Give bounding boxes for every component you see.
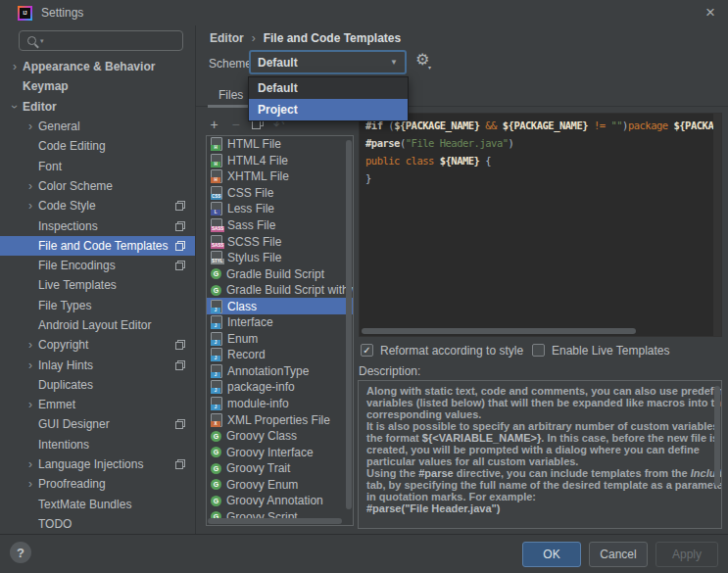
reformat-checkbox[interactable]: ✓ — [361, 344, 373, 357]
settings-search-input[interactable]: ▾ — [19, 30, 183, 51]
template-item-xml-properties-file[interactable]: XXML Properties File — [207, 411, 353, 428]
intellij-logo-icon: IJ — [18, 6, 32, 21]
chevron-right-icon[interactable]: › — [24, 199, 37, 213]
css-file-icon: CSS — [211, 186, 222, 200]
list-vertical-scrollbar[interactable] — [346, 140, 352, 509]
template-item-label: Groovy Trait — [226, 461, 290, 475]
template-item-class[interactable]: JClass — [207, 298, 353, 314]
sidebar-item-copyright[interactable]: ›Copyright — [0, 335, 195, 355]
sidebar-item-code-editing[interactable]: Code Editing — [0, 136, 195, 156]
editor-vertical-scrollbar[interactable] — [713, 114, 721, 336]
add-icon[interactable]: + — [208, 117, 220, 132]
sidebar-item-inspections[interactable]: Inspections — [0, 215, 195, 235]
copy-settings-icon — [175, 221, 185, 231]
template-item-enum[interactable]: JEnum — [207, 331, 353, 348]
chevron-right-icon[interactable]: › — [24, 179, 37, 193]
chevron-right-icon[interactable]: › — [24, 398, 37, 411]
chevron-down-icon[interactable]: › — [8, 100, 22, 114]
template-item-xhtml-file[interactable]: HXHTML File — [207, 168, 353, 185]
template-item-gradle-build-script[interactable]: GGradle Build Script — [207, 265, 353, 282]
sidebar-item-emmet[interactable]: ›Emmet — [0, 395, 195, 414]
sidebar-item-android-layout-editor[interactable]: Android Layout Editor — [0, 315, 195, 335]
template-item-groovy-enum[interactable]: GGroovy Enum — [207, 476, 353, 493]
breadcrumb-editor[interactable]: Editor — [210, 31, 244, 45]
sidebar-item-label: TextMate Bundles — [38, 498, 131, 511]
template-item-html-file[interactable]: HHTML File — [207, 136, 353, 153]
template-item-label: HTML File — [227, 137, 281, 151]
sidebar-item-appearance-behavior[interactable]: ›Appearance & Behavior — [0, 57, 195, 76]
sidebar-item-file-types[interactable]: File Types — [0, 296, 195, 315]
sidebar-item-font[interactable]: Font — [0, 156, 195, 175]
sidebar-item-label: Code Editing — [38, 139, 106, 153]
chevron-right-icon[interactable]: › — [24, 119, 37, 133]
sidebar-item-duplicates[interactable]: Duplicates — [0, 375, 195, 395]
sidebar-item-file-encodings[interactable]: File Encodings — [0, 256, 195, 275]
template-item-record[interactable]: JRecord — [207, 347, 353, 363]
sidebar-item-proofreading[interactable]: ›Proofreading — [0, 474, 195, 494]
code-line: } — [365, 169, 721, 187]
template-item-groovy-interface[interactable]: GGroovy Interface — [207, 444, 353, 460]
template-item-html4-file[interactable]: HHTML4 File — [207, 153, 353, 169]
sidebar-item-intentions[interactable]: Intentions — [0, 435, 195, 454]
template-code-editor[interactable]: #if (${PACKAGE_NAME} && ${PACKAGE_NAME} … — [359, 113, 722, 337]
description-vertical-scrollbar[interactable] — [714, 386, 720, 486]
chevron-right-icon[interactable]: › — [24, 358, 37, 372]
description-label: Description: — [359, 364, 420, 378]
copy-settings-icon — [175, 419, 185, 429]
sidebar-item-general[interactable]: ›General — [0, 117, 195, 136]
template-item-css-file[interactable]: CSSCSS File — [207, 185, 353, 202]
sidebar-item-live-templates[interactable]: Live Templates — [0, 275, 195, 295]
template-item-label: Class — [227, 300, 257, 313]
chevron-right-icon[interactable]: › — [24, 338, 37, 352]
sidebar-item-keymap[interactable]: Keymap — [0, 76, 195, 96]
template-item-gradle-build-script-with-wrap[interactable]: GGradle Build Script with wrap — [207, 282, 353, 299]
template-item-label: AnnotationType — [227, 364, 309, 378]
search-icon — [27, 36, 36, 45]
chevron-right-icon[interactable]: › — [24, 457, 37, 471]
sidebar-item-label: Keymap — [23, 79, 69, 93]
template-item-scss-file[interactable]: SASSSCSS File — [207, 233, 353, 250]
tab-label: Files — [218, 88, 243, 102]
sidebar-item-color-scheme[interactable]: ›Color Scheme — [0, 176, 195, 196]
template-item-groovy-trait[interactable]: GGroovy Trait — [207, 460, 353, 477]
sidebar-item-code-style[interactable]: ›Code Style — [0, 196, 195, 215]
template-item-label: Sass File — [227, 218, 275, 232]
template-item-stylus-file[interactable]: STYLStylus File — [207, 250, 353, 266]
ok-button[interactable]: OK — [522, 542, 581, 567]
scheme-option-default[interactable]: Default — [249, 77, 408, 99]
help-button[interactable]: ? — [10, 542, 31, 563]
sidebar-item-textmate-bundles[interactable]: TextMate Bundles — [0, 495, 195, 514]
editor-horizontal-scrollbar[interactable] — [362, 328, 636, 334]
live-templates-checkbox[interactable]: ✓ — [532, 344, 545, 357]
sidebar-item-gui-designer[interactable]: GUI Designer — [0, 414, 195, 434]
scheme-combobox[interactable]: Default ▼ — [249, 50, 407, 74]
cancel-button[interactable]: Cancel — [589, 542, 648, 567]
template-item-sass-file[interactable]: SASSSass File — [207, 217, 353, 234]
java-file-icon: J — [211, 315, 222, 329]
template-item-label: Groovy Enum — [226, 478, 298, 492]
template-item-package-info[interactable]: Jpackage-info — [207, 379, 353, 396]
template-item-groovy-class[interactable]: GGroovy Class — [207, 428, 353, 445]
sidebar-item-inlay-hints[interactable]: ›Inlay Hints — [0, 355, 195, 374]
list-horizontal-scrollbar[interactable] — [208, 518, 342, 524]
scheme-option-project[interactable]: Project — [249, 99, 408, 120]
title-bar: IJ Settings × — [0, 0, 728, 25]
template-item-module-info[interactable]: Jmodule-info — [207, 396, 353, 412]
html-file-icon: H — [211, 154, 222, 167]
sidebar-item-editor[interactable]: ›Editor — [0, 97, 195, 117]
description-line: particular values for all custom variabl… — [366, 455, 707, 467]
template-item-groovy-annotation[interactable]: GGroovy Annotation — [207, 493, 353, 509]
sidebar-item-language-injections[interactable]: ›Language Injections — [0, 454, 195, 474]
template-item-annotationtype[interactable]: JAnnotationType — [207, 363, 353, 380]
template-item-interface[interactable]: JInterface — [207, 314, 353, 331]
template-item-label: Interface — [227, 315, 273, 329]
close-icon[interactable]: × — [705, 3, 715, 23]
apply-button[interactable]: Apply — [655, 542, 718, 567]
sidebar-item-todo[interactable]: TODO — [0, 514, 195, 534]
chevron-right-icon[interactable]: › — [8, 60, 22, 73]
chevron-right-icon[interactable]: › — [24, 477, 37, 491]
search-options-caret-icon[interactable]: ▾ — [40, 37, 44, 45]
settings-sidebar: ▾ ›Appearance & BehaviorKeymap›Editor›Ge… — [0, 25, 196, 534]
sidebar-item-file-and-code-templates[interactable]: File and Code Templates — [0, 236, 195, 256]
template-item-less-file[interactable]: LLess File — [207, 201, 353, 217]
